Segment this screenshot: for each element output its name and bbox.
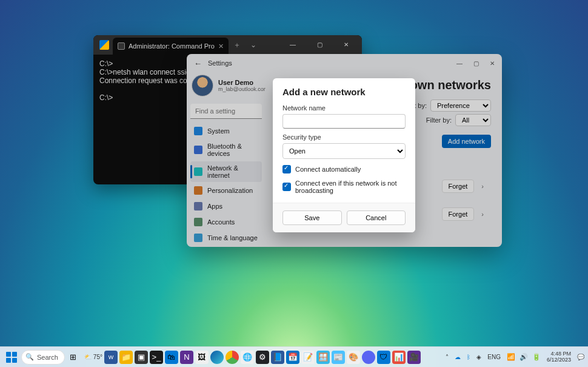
weather-temp: 75° — [93, 354, 102, 360]
cmd-icon — [118, 42, 125, 50]
system-tray: ˄ ☁ ᛒ ◈ ENG 📶 🔊 🔋 4:48 PM 6/12/2023 💬 — [446, 351, 584, 363]
nav-icon[interactable]: ◈ — [476, 354, 481, 360]
connect-hidden-checkbox[interactable]: Connect even if this network is not broa… — [282, 180, 406, 194]
new-tab-button[interactable]: ＋ — [229, 40, 246, 50]
chrome-icon[interactable] — [226, 351, 239, 364]
app-icon[interactable]: 📝 — [301, 351, 315, 364]
shield-icon — [99, 40, 109, 50]
app-icon[interactable]: 🌐 — [241, 351, 254, 364]
dialog-title: Add a new network — [282, 87, 406, 97]
maximize-button[interactable]: ▢ — [306, 35, 333, 55]
terminal-titlebar: Administrator: Command Pro ✕ ＋ ⌄ — ▢ ✕ — [93, 35, 362, 55]
connect-hidden-label: Connect even if this network is not broa… — [295, 180, 406, 194]
network-name-input[interactable] — [282, 114, 406, 129]
taskbar: 🔍 Search ⊞ ⛅ 75° W 📁 ▣ >_ 🛍 N 🖼 🌐 ⚙ 📘 📅 … — [0, 346, 588, 367]
security-type-label: Security type — [282, 133, 406, 141]
battery-icon[interactable]: 🔋 — [532, 353, 541, 361]
weather-icon: ⛅ — [84, 354, 92, 360]
terminal-tab-title: Administrator: Command Pro — [129, 42, 215, 50]
terminal-tab[interactable]: Administrator: Command Pro ✕ — [113, 38, 229, 55]
save-button[interactable]: Save — [282, 210, 342, 225]
cancel-button[interactable]: Cancel — [347, 210, 406, 225]
connect-auto-checkbox[interactable]: Connect automatically — [282, 165, 406, 173]
app-icon[interactable]: 🎥 — [407, 351, 421, 364]
app-icon[interactable] — [362, 351, 375, 364]
app-icon[interactable]: 🎨 — [347, 351, 360, 364]
tray-chevron-icon[interactable]: ˄ — [446, 354, 449, 360]
app-icon[interactable]: ⚙ — [256, 351, 269, 364]
minimize-button[interactable]: — — [279, 35, 306, 55]
app-icon[interactable]: >_ — [150, 351, 163, 364]
weather-widget[interactable]: ⛅ 75° — [84, 354, 102, 360]
app-icon[interactable]: 📘 — [271, 351, 284, 364]
clock-date: 6/12/2023 — [547, 357, 571, 363]
tab-dropdown-button[interactable]: ⌄ — [246, 41, 261, 49]
taskbar-search[interactable]: 🔍 Search — [21, 350, 65, 365]
app-icon[interactable]: W — [104, 351, 118, 364]
start-button[interactable] — [4, 349, 19, 365]
close-button[interactable]: ✕ — [333, 35, 359, 55]
checkbox-icon — [282, 165, 291, 173]
checkbox-icon — [282, 183, 291, 191]
bluetooth-icon[interactable]: ᛒ — [467, 354, 470, 360]
app-icon[interactable]: 📅 — [286, 351, 299, 364]
app-icon[interactable]: ▣ — [135, 351, 148, 364]
onedrive-icon[interactable]: ☁ — [455, 354, 461, 360]
app-icon[interactable]: 🛡 — [377, 351, 390, 364]
connect-auto-label: Connect automatically — [295, 166, 361, 173]
app-icon[interactable]: 🛍 — [165, 351, 178, 364]
app-icon[interactable]: 📊 — [392, 351, 406, 364]
language-indicator[interactable]: ENG — [487, 354, 501, 360]
wifi-icon[interactable]: 📶 — [507, 353, 515, 361]
app-icon[interactable]: N — [180, 351, 193, 364]
app-icon[interactable]: 🪟 — [316, 351, 330, 364]
app-icon[interactable]: 🖼 — [195, 351, 209, 364]
security-type-select[interactable]: Open — [282, 143, 406, 159]
task-view-button[interactable]: ⊞ — [67, 351, 80, 364]
edge-icon[interactable] — [210, 351, 224, 364]
settings-window: ← Settings — ▢ ✕ User Demo m_lab@outlook… — [187, 54, 502, 247]
close-tab-icon[interactable]: ✕ — [218, 42, 224, 50]
notifications-icon[interactable]: 💬 — [577, 354, 584, 360]
app-icon[interactable]: 📰 — [332, 351, 345, 364]
add-network-dialog: Add a new network Network name Security … — [273, 78, 415, 232]
volume-icon[interactable]: 🔊 — [520, 353, 528, 361]
taskbar-clock[interactable]: 4:48 PM 6/12/2023 — [547, 351, 571, 363]
network-name-label: Network name — [282, 104, 406, 112]
search-label: Search — [37, 354, 58, 361]
app-icon[interactable]: 📁 — [119, 351, 133, 364]
search-icon: 🔍 — [25, 353, 34, 361]
